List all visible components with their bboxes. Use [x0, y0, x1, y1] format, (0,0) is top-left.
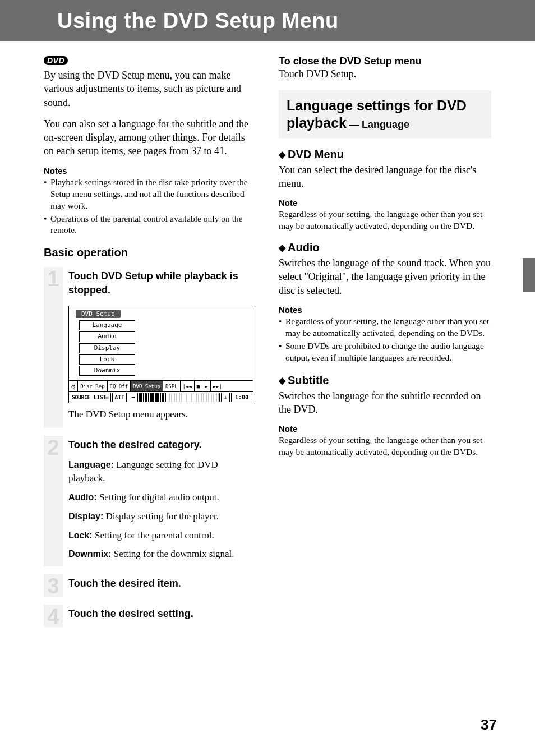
page-title: Using the DVD Setup Menu	[57, 9, 535, 33]
left-column: DVD By using the DVD Setup menu, you can…	[44, 56, 256, 635]
note-item: Regardless of your setting, the language…	[279, 316, 491, 339]
tb-dvd-setup[interactable]: DVD Setup	[131, 381, 163, 391]
menu-item-audio[interactable]: Audio	[79, 331, 135, 342]
note-body: Regardless of your setting, the language…	[279, 209, 491, 232]
notes-heading: Notes	[279, 305, 491, 315]
subtitle-heading: ◆Subtitle	[279, 374, 491, 387]
step-1-content: DVD Setup Language Audio Display Lock Do…	[44, 302, 256, 428]
tb-prev-icon[interactable]: |◄◄	[181, 381, 195, 391]
volume-plus-button[interactable]: +	[221, 393, 230, 402]
bottom-row: SOURCE LIST▷ ATT − + 1:00	[69, 391, 253, 403]
tb-stop-icon[interactable]: ■	[195, 381, 202, 391]
step-number: 2	[44, 436, 63, 458]
toolbar-row: ⚙ Disc Rep EQ Off DVD Setup DSPL |◄◄ ■ ►…	[69, 380, 253, 391]
step-3: 3 Touch the desired item.	[44, 574, 256, 597]
category-downmix: Downmix: Setting for the downmix signal.	[68, 547, 256, 561]
section-heading-box: Language settings for DVD playback — Lan…	[279, 90, 491, 138]
source-list-button[interactable]: SOURCE LIST▷	[70, 393, 111, 402]
menu-item-downmix[interactable]: Downmix	[79, 366, 135, 376]
step-title: Touch the desired category.	[68, 438, 256, 451]
category-language: Language: Language setting for DVD playb…	[68, 458, 256, 485]
step-2: 2 Touch the desired category.	[44, 436, 256, 458]
volume-bar[interactable]	[139, 393, 220, 402]
step-4: 4 Touch the desired setting.	[44, 605, 256, 627]
notes-heading: Notes	[44, 166, 256, 176]
step-number: 1	[44, 267, 63, 302]
menu-item-language[interactable]: Language	[79, 320, 135, 330]
section-suffix: — Language	[349, 119, 409, 130]
tb-disc-rep[interactable]: Disc Rep	[78, 381, 107, 391]
dvd-menu-heading: ◆DVD Menu	[279, 148, 491, 161]
audio-body: Switches the language of the sound track…	[279, 256, 491, 297]
note-item: Playback settings stored in the disc tak…	[44, 177, 256, 212]
tb-play-icon[interactable]: ►	[202, 381, 210, 391]
close-menu-heading: To close the DVD Setup menu	[279, 56, 491, 67]
basic-operation-heading: Basic operation	[44, 246, 256, 259]
category-lock: Lock: Setting for the parental control.	[68, 529, 256, 542]
step-2-content: Language: Language setting for DVD playb…	[44, 458, 256, 566]
tb-next-icon[interactable]: ►►|	[211, 381, 224, 391]
subtitle-body: Switches the language for the subtitle r…	[279, 389, 491, 417]
page-banner: Using the DVD Setup Menu	[0, 0, 535, 41]
step-title: Touch the desired setting.	[68, 607, 256, 620]
gear-icon[interactable]: ⚙	[69, 381, 78, 391]
note-heading: Note	[279, 198, 491, 208]
side-tab	[523, 258, 535, 292]
audio-heading: ◆Audio	[279, 241, 491, 254]
audio-notes-list: Regardless of your setting, the language…	[279, 316, 491, 364]
att-button[interactable]: ATT	[112, 393, 127, 402]
diagram-title: DVD Setup	[76, 310, 121, 318]
right-column: To close the DVD Setup menu Touch DVD Se…	[279, 56, 491, 635]
step-1: 1 Touch DVD Setup while playback is stop…	[44, 267, 256, 302]
note-heading: Note	[279, 424, 491, 434]
category-display: Display: Display setting for the player.	[68, 510, 256, 523]
dvd-menu-body: You can select the desired language for …	[279, 163, 491, 191]
intro-paragraph-2: You can also set a language for the subt…	[44, 117, 256, 158]
step-title: Touch the desired item.	[68, 577, 256, 590]
category-audio: Audio: Setting for digital audio output.	[68, 491, 256, 504]
volume-minus-button[interactable]: −	[128, 393, 138, 402]
dvd-badge-icon: DVD	[44, 56, 68, 65]
notes-list: Playback settings stored in the disc tak…	[44, 177, 256, 237]
close-menu-text: Touch DVD Setup.	[279, 68, 491, 80]
diagram-caption: The DVD Setup menu appears.	[68, 409, 256, 420]
note-body: Regardless of your setting, the language…	[279, 435, 491, 458]
menu-item-display[interactable]: Display	[79, 343, 135, 353]
note-item: Operations of the parental control avail…	[44, 213, 256, 237]
step-bar	[44, 458, 63, 566]
tb-dspl[interactable]: DSPL	[163, 381, 181, 391]
step-number: 4	[44, 605, 63, 627]
menu-item-lock[interactable]: Lock	[79, 354, 135, 365]
dvd-setup-diagram: DVD Setup Language Audio Display Lock Do…	[68, 306, 253, 403]
step-number: 3	[44, 574, 63, 597]
clock-display: 1:00	[231, 393, 252, 402]
step-title: Touch DVD Setup while playback is stoppe…	[68, 269, 256, 297]
intro-paragraph-1: By using the DVD Setup menu, you can mak…	[44, 68, 256, 109]
tb-eq-off[interactable]: EQ Off	[108, 381, 131, 391]
page-number: 37	[481, 716, 497, 734]
note-item: Some DVDs are prohibited to change the a…	[279, 340, 491, 364]
step-bar	[44, 302, 63, 428]
